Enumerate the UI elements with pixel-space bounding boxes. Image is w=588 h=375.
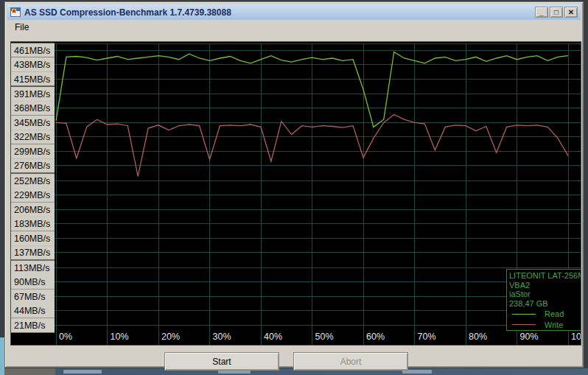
- svg-text:60%: 60%: [366, 332, 385, 342]
- chart-svg: 461MB/s438MB/s415MB/s391MB/s368MB/s345MB…: [11, 42, 581, 346]
- abort-button[interactable]: Abort: [293, 352, 408, 371]
- svg-text:90MB/s: 90MB/s: [14, 277, 45, 287]
- svg-text:368MB/s: 368MB/s: [14, 103, 50, 113]
- read-line-swatch: [512, 314, 536, 315]
- svg-text:252MB/s: 252MB/s: [14, 176, 50, 186]
- svg-text:391MB/s: 391MB/s: [14, 89, 50, 99]
- svg-text:0%: 0%: [59, 332, 72, 342]
- window-title: AS SSD Compression-Benchmark 1.7.4739.38…: [24, 7, 231, 18]
- svg-text:229MB/s: 229MB/s: [14, 190, 50, 200]
- svg-text:461MB/s: 461MB/s: [14, 46, 50, 56]
- svg-text:44MB/s: 44MB/s: [14, 306, 45, 316]
- minimize-button[interactable]: _: [535, 7, 548, 18]
- svg-text:90%: 90%: [520, 332, 539, 342]
- svg-text:10%: 10%: [111, 332, 129, 342]
- svg-text:415MB/s: 415MB/s: [14, 74, 50, 85]
- svg-text:113MB/s: 113MB/s: [14, 263, 49, 273]
- legend-driver: iaStor: [509, 290, 581, 299]
- write-line-swatch: [512, 324, 536, 325]
- svg-text:40%: 40%: [264, 332, 282, 342]
- menu-file[interactable]: File: [7, 20, 35, 35]
- svg-text:206MB/s: 206MB/s: [14, 205, 50, 215]
- svg-text:30%: 30%: [213, 332, 231, 342]
- svg-text:299MB/s: 299MB/s: [14, 147, 50, 157]
- window-controls: _ □ ✕: [535, 7, 578, 18]
- svg-text:322MB/s: 322MB/s: [14, 132, 50, 142]
- svg-text:67MB/s: 67MB/s: [14, 292, 45, 302]
- svg-text:137MB/s: 137MB/s: [14, 248, 50, 258]
- svg-text:70%: 70%: [418, 332, 436, 342]
- legend-capacity: 238,47 GB: [509, 299, 581, 309]
- start-button[interactable]: Start: [164, 352, 279, 371]
- close-button[interactable]: ✕: [564, 7, 578, 18]
- svg-text:438MB/s: 438MB/s: [14, 60, 50, 70]
- svg-text:183MB/s: 183MB/s: [14, 219, 50, 229]
- svg-text:21MB/s: 21MB/s: [14, 320, 45, 331]
- maximize-button[interactable]: □: [550, 7, 563, 18]
- svg-text:345MB/s: 345MB/s: [14, 118, 50, 128]
- svg-text:50%: 50%: [315, 332, 334, 342]
- compression-benchmark-chart: 461MB/s438MB/s415MB/s391MB/s368MB/s345MB…: [10, 41, 581, 346]
- legend-device: LITEONIT LAT-256M: [509, 271, 581, 281]
- svg-text:80%: 80%: [469, 332, 487, 342]
- svg-text:160MB/s: 160MB/s: [14, 234, 50, 244]
- titlebar[interactable]: AS SSD Compression-Benchmark 1.7.4739.38…: [7, 4, 581, 20]
- app-icon: [10, 7, 21, 17]
- menubar: File: [7, 20, 581, 35]
- legend-firmware: VBA2: [509, 281, 581, 290]
- chart-legend: LITEONIT LAT-256M VBA2 iaStor 238,47 GB …: [506, 269, 581, 331]
- legend-write-label: Write: [545, 320, 563, 330]
- svg-text:276MB/s: 276MB/s: [14, 161, 50, 171]
- screen: AS SSD Compression-Benchmark 1.7.4739.38…: [0, 0, 588, 375]
- svg-text:20%: 20%: [161, 332, 180, 342]
- app-window: AS SSD Compression-Benchmark 1.7.4739.38…: [4, 1, 584, 368]
- legend-read-label: Read: [545, 309, 564, 319]
- background-window-artifact: [63, 370, 102, 374]
- svg-text:100%: 100%: [571, 332, 581, 342]
